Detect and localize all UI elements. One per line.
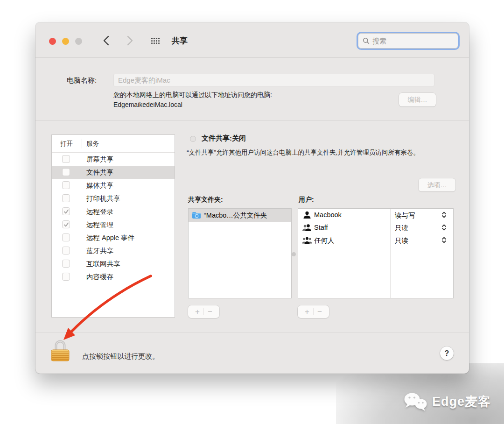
remove-folder-button[interactable]: − — [204, 306, 216, 318]
desktop: 共享 电脑名称: Edge麦客的iMac 您的本地网络上的电脑可以通过以下地址访… — [0, 0, 504, 424]
service-checkbox[interactable] — [62, 247, 70, 254]
service-label: 远程 Apple 事件 — [86, 233, 134, 242]
service-status-title: 文件共享:关闭 — [202, 134, 246, 143]
service-label: 屏幕共享 — [86, 155, 113, 164]
permission-value: 只读 — [395, 224, 408, 233]
service-checkbox[interactable] — [62, 181, 70, 189]
service-label: 内容缓存 — [86, 273, 113, 282]
pane-splitter-knob[interactable] — [292, 252, 296, 256]
lock-icon[interactable] — [49, 338, 71, 364]
forward-button[interactable] — [127, 35, 133, 46]
service-label: 远程管理 — [86, 220, 113, 229]
permission-stepper[interactable] — [441, 211, 447, 219]
service-label: 远程登录 — [86, 207, 113, 216]
search-input[interactable] — [370, 37, 458, 45]
users-label: 用户: — [299, 196, 314, 204]
user-name: Staff — [314, 224, 328, 231]
service-row[interactable]: 打印机共享 — [52, 192, 175, 205]
shared-folder-icon — [192, 212, 201, 219]
watermark: Edge麦客 — [403, 391, 491, 412]
service-row[interactable]: 远程 Apple 事件 — [52, 231, 175, 244]
computer-name-description: 您的本地网络上的电脑可以通过以下地址访问您的电脑: EdgemaikedeiMa… — [113, 90, 272, 110]
watermark-text: Edge麦客 — [432, 393, 491, 410]
services-list[interactable]: 打开 服务 屏幕共享 文件共享 媒体共享 打印机共享 远程登录 — [51, 134, 175, 318]
users-add-remove-control: + − — [298, 305, 329, 318]
shared-folders-label: 共享文件夹: — [188, 196, 223, 204]
wechat-logo-icon — [403, 391, 428, 412]
service-label: 蓝牙共享 — [86, 247, 113, 255]
permission-value: 只读 — [395, 236, 408, 245]
footer-divider — [35, 332, 469, 332]
column-divider — [82, 139, 82, 148]
column-on: 打开 — [60, 140, 73, 148]
service-description: “文件共享”允许其他用户访问这台电脑上的共享文件夹,并允许管理员访问所有宗卷。 — [187, 148, 457, 157]
permission-value: 读与写 — [395, 211, 415, 220]
service-row[interactable]: 互联网共享 — [52, 257, 175, 270]
shared-folders-list[interactable]: “Macbo…公共文件夹 — [188, 208, 292, 298]
remove-user-button[interactable]: − — [314, 306, 326, 318]
minimize-window-button[interactable] — [62, 38, 69, 45]
title-bar[interactable]: 共享 — [35, 22, 469, 58]
close-window-button[interactable] — [49, 38, 56, 45]
show-all-grid-icon[interactable] — [151, 37, 160, 46]
service-status-indicator — [190, 136, 196, 142]
permission-stepper[interactable] — [441, 224, 447, 231]
person-icon — [302, 211, 312, 219]
service-row[interactable]: 内容缓存 — [52, 270, 175, 283]
shared-folder-row[interactable]: “Macbo…公共文件夹 — [189, 209, 291, 222]
service-checkbox[interactable] — [62, 233, 70, 241]
add-user-button[interactable]: + — [301, 306, 313, 318]
help-button[interactable]: ? — [440, 346, 454, 360]
edit-button[interactable]: 编辑… — [399, 93, 436, 106]
section-divider — [35, 120, 469, 121]
service-checkbox[interactable] — [62, 260, 70, 268]
lock-hint-text: 点按锁按钮以进行更改。 — [82, 352, 159, 361]
user-name: Macbook — [314, 211, 342, 219]
local-hostname: EdgemaikedeiMac.local — [113, 100, 272, 110]
permission-stepper[interactable] — [441, 236, 447, 244]
service-label: 互联网共享 — [86, 260, 120, 269]
users-list[interactable]: Macbook 读与写 Staff 只读 任何人 只读 — [298, 208, 454, 298]
service-label: 文件共享 — [86, 168, 113, 177]
service-row[interactable]: 远程管理 — [52, 218, 175, 231]
service-row[interactable]: 文件共享 — [52, 166, 175, 179]
services-rows: 屏幕共享 文件共享 媒体共享 打印机共享 远程登录 远程管理 远 — [52, 153, 175, 283]
service-label: 打印机共享 — [86, 194, 120, 203]
service-checkbox[interactable] — [62, 155, 70, 163]
computer-name-input[interactable]: Edge麦客的iMac — [113, 74, 434, 86]
users-rows: Macbook 读与写 Staff 只读 任何人 只读 — [298, 209, 453, 247]
service-row[interactable]: 蓝牙共享 — [52, 244, 175, 257]
user-row[interactable]: 任何人 只读 — [298, 234, 453, 247]
page-title: 共享 — [172, 35, 188, 46]
computer-name-label: 电脑名称: — [67, 76, 97, 85]
user-row[interactable]: Macbook 读与写 — [298, 209, 453, 221]
add-folder-button[interactable]: + — [191, 306, 203, 318]
service-row[interactable]: 媒体共享 — [52, 179, 175, 192]
service-checkbox[interactable] — [62, 220, 70, 228]
column-service: 服务 — [86, 140, 99, 148]
service-checkbox[interactable] — [62, 273, 70, 281]
options-button[interactable]: 选项… — [419, 178, 455, 191]
service-row[interactable]: 屏幕共享 — [52, 153, 175, 166]
service-label: 媒体共享 — [86, 181, 113, 190]
services-header: 打开 服务 — [52, 135, 175, 153]
user-name: 任何人 — [314, 236, 335, 245]
folder-name: “Macbo…公共文件夹 — [204, 211, 267, 220]
user-row[interactable]: Staff 只读 — [298, 221, 453, 234]
group-icon — [302, 236, 312, 244]
back-button[interactable] — [103, 35, 109, 46]
zoom-window-button[interactable] — [75, 38, 82, 45]
search-field[interactable] — [357, 32, 460, 50]
service-checkbox[interactable] — [62, 207, 70, 215]
service-checkbox[interactable] — [62, 168, 70, 176]
search-icon — [363, 37, 370, 44]
service-checkbox[interactable] — [62, 194, 70, 202]
sharing-preferences-window: 共享 电脑名称: Edge麦客的iMac 您的本地网络上的电脑可以通过以下地址访… — [35, 22, 469, 374]
service-row[interactable]: 远程登录 — [52, 205, 175, 218]
description-line1: 您的本地网络上的电脑可以通过以下地址访问您的电脑: — [113, 90, 272, 100]
folders-add-remove-control: + − — [188, 305, 219, 318]
two-person-icon — [302, 224, 312, 231]
